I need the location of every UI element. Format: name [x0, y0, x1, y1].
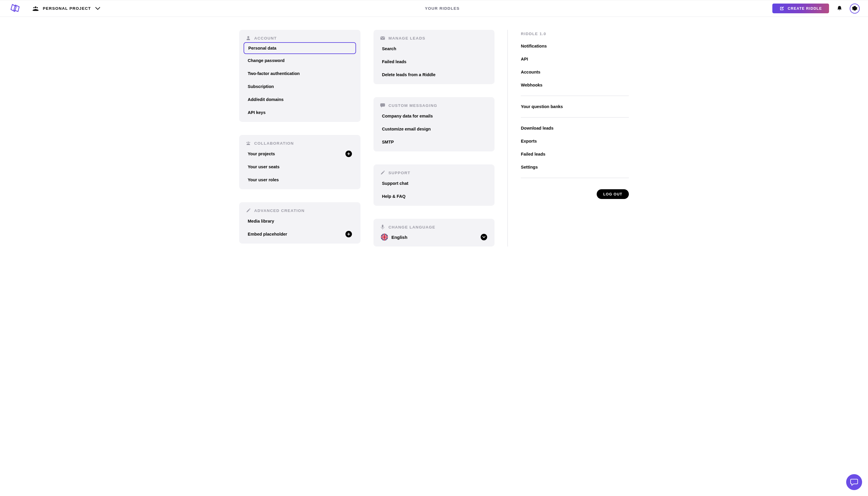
item-help-label: Help & FAQ	[382, 194, 406, 199]
logo-icon	[8, 3, 21, 13]
item-leads-failed[interactable]: Failed leads	[378, 55, 491, 68]
settings-button[interactable]	[850, 3, 860, 14]
item-projects-label: Your projects	[248, 152, 275, 156]
settings-column-1: ACCOUNT Personal data Change password Tw…	[239, 30, 360, 247]
plus-icon	[347, 152, 350, 155]
item-domains-label: Add/edit domains	[248, 97, 284, 102]
card-account-head: ACCOUNT	[244, 34, 356, 42]
item-support-chat-label: Support chat	[382, 181, 408, 186]
create-riddle-label: CREATE RIDDLE	[788, 6, 822, 11]
project-selector[interactable]: PERSONAL PROJECT	[32, 6, 100, 11]
card-advanced-title: ADVANCED CREATION	[254, 208, 305, 213]
side-webhooks[interactable]: Webhooks	[521, 79, 629, 92]
card-support-head: SUPPORT	[378, 169, 491, 177]
side-failed-leads[interactable]: Failed leads	[521, 148, 629, 160]
side-download[interactable]: Download leads	[521, 122, 629, 135]
edit-square-icon	[779, 6, 784, 11]
item-api-keys[interactable]: API keys	[244, 106, 356, 119]
pencil-icon	[246, 208, 251, 213]
item-customize-email-label: Customize email design	[382, 127, 431, 131]
card-account: ACCOUNT Personal data Change password Tw…	[239, 30, 360, 122]
item-company-data-label: Company data for emails	[382, 114, 433, 119]
mail-icon	[380, 36, 385, 41]
item-smtp[interactable]: SMTP	[378, 136, 491, 149]
user-icon	[246, 36, 251, 41]
people-icon	[246, 141, 251, 145]
people-icon	[32, 6, 39, 11]
card-leads-head: MANAGE LEADS	[378, 34, 491, 42]
settings-column-2: MANAGE LEADS Search Failed leads Delete …	[373, 30, 495, 247]
add-project-button[interactable]	[345, 151, 352, 157]
plus-icon	[347, 233, 350, 236]
separator	[521, 96, 629, 96]
item-projects[interactable]: Your projects	[244, 147, 356, 160]
item-leads-search-label: Search	[382, 46, 396, 51]
notifications-button[interactable]	[834, 3, 844, 14]
card-language: CHANGE LANGUAGE English	[373, 219, 495, 247]
card-leads: MANAGE LEADS Search Failed leads Delete …	[373, 30, 495, 84]
side-title: RIDDLE 1.0	[521, 30, 629, 40]
create-riddle-button[interactable]: CREATE RIDDLE	[772, 3, 829, 13]
svg-point-1	[33, 7, 34, 8]
item-embed[interactable]: Embed placeholder	[244, 228, 356, 241]
project-label: PERSONAL PROJECT	[43, 6, 91, 11]
item-change-password[interactable]: Change password	[244, 54, 356, 67]
item-company-data[interactable]: Company data for emails	[378, 110, 491, 123]
card-advanced: ADVANCED CREATION Media library Embed pl…	[239, 202, 360, 244]
add-embed-button[interactable]	[345, 231, 352, 237]
side-api[interactable]: API	[521, 52, 629, 65]
card-collaboration-head: COLLABORATION	[244, 140, 356, 147]
top-bar: PERSONAL PROJECT YOUR RIDDLES CREATE RID…	[0, 0, 868, 17]
language-dropdown-toggle[interactable]	[481, 234, 487, 240]
logout-label: LOG OUT	[603, 192, 622, 196]
item-roles[interactable]: Your user roles	[244, 173, 356, 186]
chevron-down-icon	[95, 7, 100, 10]
side-exports[interactable]: Exports	[521, 135, 629, 148]
item-subscription[interactable]: Subscription	[244, 80, 356, 93]
side-accounts[interactable]: Accounts	[521, 65, 629, 79]
side-settings[interactable]: Settings	[521, 160, 629, 174]
item-leads-search[interactable]: Search	[378, 42, 491, 55]
svg-point-2	[36, 7, 38, 8]
side-list: RIDDLE 1.0 Notifications API Accounts We…	[521, 30, 629, 199]
card-collaboration: COLLABORATION Your projects Your user se…	[239, 135, 360, 189]
svg-point-4	[247, 142, 247, 143]
side-question-banks[interactable]: Your question banks	[521, 100, 629, 113]
item-two-factor[interactable]: Two-factor authentication	[244, 67, 356, 80]
item-two-factor-label: Two-factor authentication	[248, 71, 300, 76]
language-selected-label: English	[391, 235, 407, 240]
gear-icon	[852, 6, 857, 11]
item-personal-data[interactable]: Personal data	[244, 42, 356, 54]
item-help[interactable]: Help & FAQ	[378, 190, 491, 203]
item-personal-data-label: Personal data	[248, 46, 276, 50]
svg-point-3	[248, 142, 249, 143]
item-subscription-label: Subscription	[248, 84, 274, 89]
separator	[521, 178, 629, 178]
item-customize-email[interactable]: Customize email design	[378, 123, 491, 136]
item-media[interactable]: Media library	[244, 215, 356, 228]
logo[interactable]	[8, 3, 21, 13]
side-notifications[interactable]: Notifications	[521, 40, 629, 52]
item-leads-delete[interactable]: Delete leads from a Riddle	[378, 68, 491, 81]
item-smtp-label: SMTP	[382, 140, 394, 144]
language-selector[interactable]: English	[378, 231, 491, 244]
settings-page: ACCOUNT Personal data Change password Tw…	[227, 17, 641, 264]
chevron-down-icon	[482, 236, 485, 238]
card-messaging-head: CUSTOM MESSAGING	[378, 102, 491, 110]
item-domains[interactable]: Add/edit domains	[244, 93, 356, 106]
logout-button[interactable]: LOG OUT	[597, 189, 629, 199]
card-advanced-head: ADVANCED CREATION	[244, 207, 356, 215]
svg-point-5	[249, 142, 250, 143]
card-collaboration-title: COLLABORATION	[254, 141, 294, 145]
card-leads-title: MANAGE LEADS	[389, 36, 425, 41]
item-support-chat[interactable]: Support chat	[378, 177, 491, 190]
item-change-password-label: Change password	[248, 58, 284, 63]
item-seats[interactable]: Your user seats	[244, 160, 356, 173]
card-support: SUPPORT Support chat Help & FAQ	[373, 165, 495, 206]
card-messaging: CUSTOM MESSAGING Company data for emails…	[373, 97, 495, 152]
item-leads-delete-label: Delete leads from a Riddle	[382, 72, 435, 77]
separator	[521, 117, 629, 118]
item-media-label: Media library	[248, 219, 274, 223]
card-messaging-title: CUSTOM MESSAGING	[389, 103, 437, 108]
microphone-icon	[380, 225, 385, 229]
